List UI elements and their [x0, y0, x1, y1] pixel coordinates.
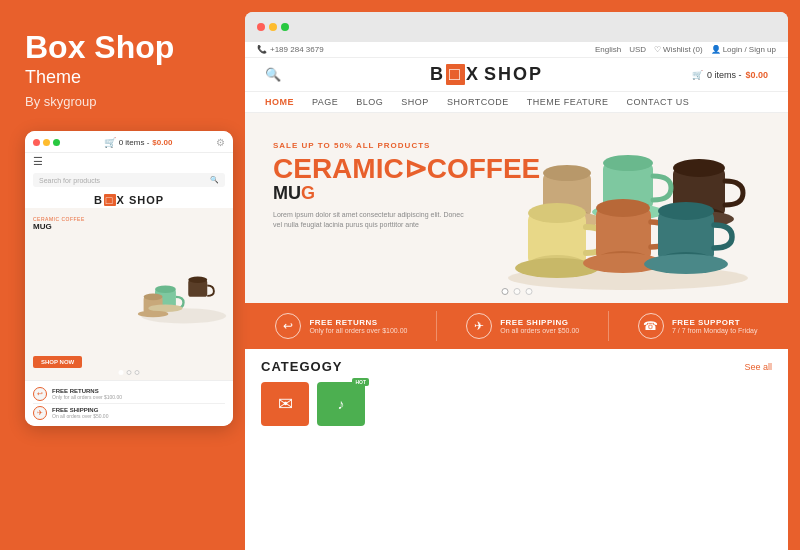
returns-icon: ↩	[275, 313, 301, 339]
feature-divider-2	[608, 311, 609, 341]
mobile-search-icon: 🔍	[210, 176, 219, 184]
site-header: 🔍 B□X SHOP 🛒 0 items - $0.00	[245, 58, 788, 92]
currency-selector[interactable]: USD	[629, 45, 646, 54]
nav-item-blog[interactable]: BLOG	[356, 97, 383, 107]
mobile-hero-dot-2[interactable]	[127, 370, 132, 375]
mobile-shipping-icon: ✈	[33, 406, 47, 420]
svg-point-6	[188, 277, 207, 284]
mobile-hamburger-icon[interactable]: ☰	[33, 155, 43, 168]
feature-shipping: ✈ FREE SHIPPING On all orders over $50.0…	[466, 313, 579, 339]
app-subtitle: Theme	[25, 67, 225, 88]
mobile-cups-image	[133, 208, 233, 380]
feature-support: ☎ FREE SUPPORT 7 / 7 from Monday to Frid…	[638, 313, 758, 339]
browser-chrome	[245, 12, 788, 42]
mobile-cart-area: 🛒 0 items - $0.00	[104, 137, 173, 148]
nav-item-page[interactable]: PAGE	[312, 97, 338, 107]
nav-item-contact[interactable]: CONTACT US	[627, 97, 690, 107]
category-item-2[interactable]: ♪ HOT	[317, 382, 365, 426]
svg-point-8	[137, 311, 167, 318]
language-selector[interactable]: English	[595, 45, 621, 54]
hero-dot-3[interactable]	[525, 288, 532, 295]
nav-item-theme-feature[interactable]: THEME FEATURE	[527, 97, 609, 107]
logo-text: SHOP	[484, 64, 543, 85]
hero-title-highlight: ⊳COFFEE	[404, 153, 541, 184]
see-all-link[interactable]: See all	[744, 362, 772, 372]
svg-point-14	[603, 155, 653, 171]
mobile-search-bar[interactable]: Search for products 🔍	[33, 173, 225, 187]
left-panel: Box Shop Theme By skygroup 🛒 0 items - $…	[0, 0, 245, 550]
browser-mockup: 📞 +189 284 3679 English USD ♡ Wishlist (…	[245, 12, 788, 550]
site-logo: B□X SHOP	[430, 64, 543, 85]
site-nav: HOME PAGE BLOG SHOP SHORTCODE THEME FEAT…	[245, 92, 788, 113]
hero-dot-2[interactable]	[513, 288, 520, 295]
category-item-1[interactable]: ✉	[261, 382, 309, 426]
utility-bar: 📞 +189 284 3679 English USD ♡ Wishlist (…	[245, 42, 788, 58]
hero-subtitle-g: G	[301, 183, 315, 203]
hero-section: SALE UP TO 50% ALL PRODUCTS CERAMIC⊳COFF…	[245, 113, 788, 303]
hero-dot-1[interactable]	[501, 288, 508, 295]
support-text: FREE SUPPORT 7 / 7 from Monday to Friday	[672, 318, 758, 334]
phone-icon: 📞	[257, 45, 267, 54]
nav-item-shortcode[interactable]: SHORTCODE	[447, 97, 509, 107]
nav-item-shop[interactable]: SHOP	[401, 97, 429, 107]
category-icon-2: ♪	[338, 396, 345, 412]
hero-sale-tag: SALE UP TO 50% ALL PRODUCTS	[273, 141, 540, 150]
app-title: Box Shop	[25, 30, 225, 65]
mobile-features: ↩ FREE RETURNS Only for all orders over …	[25, 380, 233, 426]
mobile-feature-returns: ↩ FREE RETURNS Only for all orders over …	[33, 385, 225, 404]
mobile-cart-label: 0 items -	[119, 138, 150, 147]
svg-point-31	[658, 202, 714, 220]
mobile-hero-title: MUG	[33, 222, 85, 232]
mobile-hero-dot-3[interactable]	[135, 370, 140, 375]
mobile-gear-icon[interactable]: ⚙	[216, 137, 225, 148]
heart-icon: ♡	[654, 45, 661, 54]
wishlist-link[interactable]: ♡ Wishlist (0)	[654, 45, 703, 54]
feature-divider-1	[436, 311, 437, 341]
mobile-dot-red	[33, 139, 40, 146]
mobile-logo-box: □	[104, 194, 116, 206]
mobile-feature-shipping: ✈ FREE SHIPPING On all orders over $50.0…	[33, 404, 225, 422]
login-link[interactable]: 👤 Login / Sign up	[711, 45, 776, 54]
mobile-shop-button[interactable]: SHOP NOW	[33, 356, 82, 368]
mobile-shipping-text: FREE SHIPPING On all orders over $50.00	[52, 407, 108, 419]
mobile-returns-icon: ↩	[33, 387, 47, 401]
cart-icon: 🛒	[692, 70, 703, 80]
features-bar: ↩ FREE RETURNS Only for all orders over …	[245, 303, 788, 349]
mobile-logo: B□X SHOP	[25, 190, 233, 208]
svg-point-33	[644, 254, 728, 274]
browser-window-dots	[257, 23, 289, 31]
nav-item-home[interactable]: HOME	[265, 97, 294, 107]
shipping-text: FREE SHIPPING On all orders over $50.00	[500, 318, 579, 334]
svg-point-17	[543, 165, 591, 181]
svg-point-2	[155, 286, 176, 294]
feature-returns: ↩ FREE RETURNS Only for all orders over …	[275, 313, 407, 339]
category-section: CATEGOGY See all ✉ ♪ HOT	[245, 349, 788, 550]
header-search-icon[interactable]: 🔍	[265, 67, 281, 82]
category-header: CATEGOGY See all	[261, 359, 772, 374]
mobile-top-bar: 🛒 0 items - $0.00 ⚙	[25, 131, 233, 153]
svg-point-27	[596, 199, 650, 217]
category-icon-1: ✉	[278, 393, 293, 415]
svg-point-11	[673, 159, 725, 177]
mobile-hero-dot-1[interactable]	[119, 370, 124, 375]
logo-box-icon: □	[446, 64, 465, 85]
hot-badge: HOT	[352, 378, 369, 386]
hero-subtitle: MUG	[273, 183, 540, 204]
mobile-cart-icon: 🛒	[104, 137, 116, 148]
hero-title: CERAMIC⊳COFFEE	[273, 154, 540, 185]
hero-subtitle-mug: MU	[273, 183, 301, 203]
header-cart[interactable]: 🛒 0 items - $0.00	[692, 70, 768, 80]
mobile-mockup: 🛒 0 items - $0.00 ⚙ ☰ Search for product…	[25, 131, 233, 426]
svg-point-4	[143, 294, 162, 301]
hero-title-line1: CERAMIC	[273, 153, 404, 184]
cart-price: $0.00	[745, 70, 768, 80]
browser-dot-red[interactable]	[257, 23, 265, 31]
mobile-hero: CERAMIC COFFEE MUG SHOP NOW	[25, 208, 233, 380]
category-title: CATEGOGY	[261, 359, 342, 374]
mobile-cart-price: $0.00	[152, 138, 172, 147]
utility-phone: 📞 +189 284 3679	[257, 45, 324, 54]
phone-number: +189 284 3679	[270, 45, 324, 54]
browser-dot-green[interactable]	[281, 23, 289, 31]
category-items: ✉ ♪ HOT	[261, 382, 772, 426]
browser-dot-yellow[interactable]	[269, 23, 277, 31]
